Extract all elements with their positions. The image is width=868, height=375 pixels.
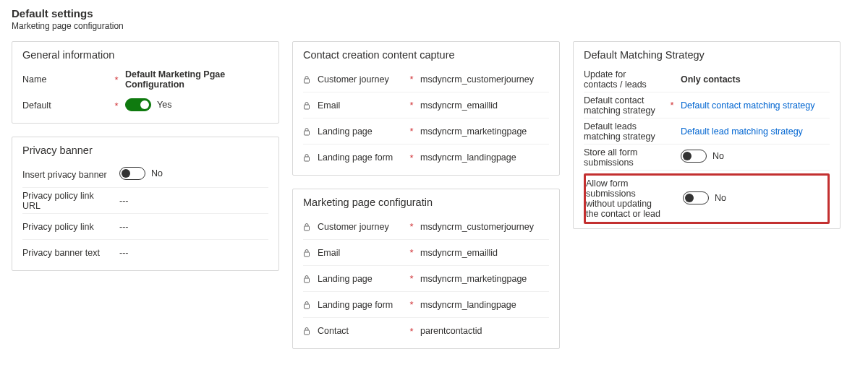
cc-landing-form-value[interactable]: msdyncrm_landingpage (420, 152, 549, 163)
privacy-url-row: Privacy policy link URL --- (22, 188, 268, 214)
default-label: Default (22, 100, 108, 111)
svg-rect-3 (305, 157, 310, 161)
default-contact-strategy-row: Default contact matching strategy * Defa… (584, 92, 830, 118)
default-lead-strategy-row: Default leads matching strategy Default … (584, 118, 830, 145)
lock-icon (303, 327, 313, 335)
required-icon: * (407, 326, 416, 337)
svg-rect-6 (305, 278, 310, 283)
privacy-text-value[interactable]: --- (119, 248, 268, 258)
cc-email-label: Email (318, 100, 403, 111)
mpc-landing-form-row: Landing page form * msdyncrm_landingpage (303, 292, 549, 318)
privacy-banner-title: Privacy banner (22, 145, 268, 156)
mpc-landing-page-label: Landing page (318, 274, 403, 284)
store-submissions-label: Store all form submissions (584, 147, 663, 168)
lock-icon (303, 101, 313, 110)
required-icon: * (668, 100, 676, 111)
lock-icon (303, 75, 313, 84)
name-label: Name (22, 74, 108, 85)
mpc-landing-page-row: Landing page * msdyncrm_marketingpage (303, 266, 549, 292)
store-submissions-row: Store all form submissions No (584, 145, 830, 171)
mpc-landing-page-value[interactable]: msdyncrm_marketingpage (420, 274, 549, 284)
allow-form-submissions-toggle[interactable]: No (683, 191, 726, 204)
cc-customer-journey-label: Customer journey (318, 74, 403, 85)
cc-customer-journey-row: Customer journey * msdyncrm_customerjour… (303, 66, 549, 92)
mpc-landing-form-value[interactable]: msdyncrm_landingpage (420, 300, 549, 310)
required-icon: * (407, 273, 416, 284)
store-submissions-toggle[interactable]: No (681, 150, 724, 163)
required-icon: * (112, 100, 121, 111)
privacy-url-label: Privacy policy link URL (22, 191, 115, 211)
contact-capture-title: Contact creation content capture (303, 49, 549, 61)
default-lead-strategy-label: Default leads matching strategy (584, 121, 663, 142)
cc-email-value[interactable]: msdyncrm_emaillid (420, 100, 549, 111)
update-contacts-value[interactable]: Only contacts (681, 74, 830, 85)
required-icon: * (407, 152, 416, 163)
general-information-title: General information (22, 49, 268, 61)
mpc-customer-journey-value[interactable]: msdyncrm_customerjourney (420, 222, 549, 232)
cc-customer-journey-value[interactable]: msdyncrm_customerjourney (420, 74, 549, 85)
privacy-link-row: Privacy policy link --- (22, 214, 268, 240)
svg-rect-1 (305, 105, 310, 109)
mpc-email-value[interactable]: msdyncrm_emaillid (420, 248, 549, 258)
update-contacts-label: Update for contacts / leads (584, 69, 663, 90)
page-subtitle: Marketing page configuration (12, 21, 856, 31)
allow-form-submissions-highlight: Allow form submissions without updating … (584, 173, 830, 224)
marketing-page-config-title: Marketing page configuratin (303, 197, 549, 208)
lock-icon (303, 249, 313, 257)
mpc-email-label: Email (318, 248, 403, 258)
mpc-landing-form-label: Landing page form (318, 300, 403, 310)
update-contacts-row: Update for contacts / leads Only contact… (584, 66, 830, 92)
default-contact-strategy-label: Default contact matching strategy (584, 95, 663, 116)
mpc-contact-label: Contact (318, 326, 403, 336)
name-value[interactable]: Default Marketing Pgae Configuration (125, 69, 268, 90)
mpc-email-row: Email * msdyncrm_emaillid (303, 240, 549, 266)
insert-privacy-label: Insert privacy banner (22, 170, 115, 180)
mpc-contact-value[interactable]: parentcontactid (420, 326, 549, 336)
required-icon: * (407, 74, 416, 85)
default-toggle-label: Yes (157, 100, 171, 110)
cc-landing-page-label: Landing page (318, 126, 403, 137)
required-icon: * (407, 126, 416, 137)
svg-rect-5 (305, 252, 310, 257)
default-row: Default * Yes (22, 92, 268, 118)
default-toggle[interactable]: Yes (125, 98, 171, 111)
cc-email-row: Email * msdyncrm_emaillid (303, 92, 549, 118)
required-icon: * (407, 247, 416, 258)
required-icon: * (407, 100, 416, 111)
required-icon: * (112, 74, 121, 85)
default-contact-strategy-link[interactable]: Default contact matching strategy (681, 100, 830, 111)
privacy-text-row: Privacy banner text --- (22, 240, 268, 266)
allow-form-submissions-row: Allow form submissions without updating … (586, 178, 823, 219)
marketing-page-config-card: Marketing page configuratin Customer jou… (292, 189, 560, 349)
lock-icon (303, 153, 313, 162)
insert-privacy-toggle-label: No (151, 168, 163, 178)
page-title: Default settings (12, 7, 856, 20)
required-icon: * (407, 221, 416, 232)
privacy-banner-card: Privacy banner Insert privacy banner No … (12, 137, 279, 271)
privacy-url-value[interactable]: --- (119, 196, 268, 206)
svg-rect-0 (305, 79, 310, 83)
general-information-card: General information Name * Default Marke… (12, 41, 279, 124)
name-row: Name * Default Marketing Pgae Configurat… (22, 66, 268, 92)
privacy-link-value[interactable]: --- (119, 222, 268, 232)
allow-form-submissions-toggle-label: No (715, 193, 726, 203)
svg-rect-2 (305, 131, 310, 135)
mpc-customer-journey-row: Customer journey * msdyncrm_customerjour… (303, 214, 549, 240)
cc-landing-page-row: Landing page * msdyncrm_marketingpage (303, 118, 549, 145)
matching-strategy-title: Default Matching Strategy (584, 49, 830, 61)
privacy-link-label: Privacy policy link (22, 222, 115, 232)
contact-capture-card: Contact creation content capture Custome… (292, 41, 560, 176)
cc-landing-form-row: Landing page form * msdyncrm_landingpage (303, 145, 549, 171)
mpc-contact-row: Contact * parentcontactid (303, 318, 549, 344)
cc-landing-page-value[interactable]: msdyncrm_marketingpage (420, 126, 549, 137)
insert-privacy-toggle[interactable]: No (119, 167, 163, 180)
insert-privacy-row: Insert privacy banner No (22, 162, 268, 188)
default-lead-strategy-link[interactable]: Default lead matching strategy (681, 126, 830, 137)
lock-icon (303, 223, 313, 231)
allow-form-submissions-label: Allow form submissions without updating … (586, 178, 665, 219)
matching-strategy-card: Default Matching Strategy Update for con… (573, 41, 841, 229)
cc-landing-form-label: Landing page form (318, 152, 403, 163)
svg-rect-4 (305, 226, 310, 230)
svg-rect-8 (305, 330, 310, 335)
lock-icon (303, 301, 313, 309)
